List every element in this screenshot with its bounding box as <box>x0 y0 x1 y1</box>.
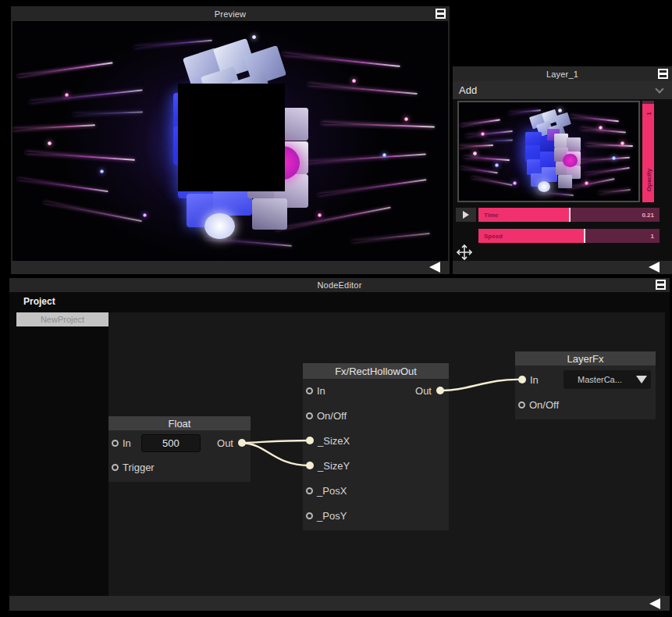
add-dropdown[interactable]: Add <box>453 81 672 99</box>
port-posy[interactable] <box>306 512 313 519</box>
port-out-label: Out <box>415 385 432 397</box>
speed-value: 1 <box>651 233 654 240</box>
tab-newproject-label: NewProject <box>41 315 84 324</box>
node-rect-header[interactable]: Fx/RectHollowOut <box>303 363 449 379</box>
layer-titlebar[interactable]: Layer_1 <box>453 66 672 81</box>
port-onoff-label: On/Off <box>529 399 559 411</box>
tab-newproject[interactable]: NewProject <box>16 312 108 326</box>
node-layerfx-title: LayerFx <box>567 353 604 365</box>
layer-select-value: MasterCa... <box>564 375 636 384</box>
resize-handle-icon[interactable] <box>649 598 660 609</box>
resize-handle-icon[interactable] <box>649 262 660 273</box>
chevron-down-icon <box>655 84 663 93</box>
port-sizey-label: _SizeY <box>318 460 350 472</box>
dropdown-caret-icon <box>636 376 647 383</box>
rect-hollow-cutout <box>178 84 285 191</box>
port-in[interactable] <box>112 440 119 447</box>
menu-project[interactable]: Project <box>23 296 55 307</box>
layer-thumbnail-render <box>459 102 638 201</box>
node-float[interactable]: Float In Out Trigger <box>108 416 251 482</box>
node-editor-menubar: Project <box>9 292 670 311</box>
time-value: 0.21 <box>642 212 654 219</box>
port-in[interactable] <box>518 376 526 383</box>
node-editor-titlebar[interactable]: NodeEditor <box>9 278 670 292</box>
window-icon[interactable] <box>658 69 668 79</box>
play-icon <box>463 211 469 219</box>
port-sizex[interactable] <box>306 437 314 444</box>
port-onoff[interactable] <box>518 401 525 408</box>
layer-panel: Layer_1 Add 1 Opacity Time 0.21 Speed 1 <box>453 66 672 274</box>
port-posy-label: _PosY <box>317 510 347 522</box>
move-tool-button[interactable] <box>455 243 474 262</box>
port-out[interactable] <box>436 387 444 394</box>
play-button[interactable] <box>456 208 476 222</box>
resize-handle-icon[interactable] <box>429 262 440 273</box>
opacity-slider-track <box>642 101 654 104</box>
speed-label: Speed <box>484 233 503 240</box>
port-out-label: Out <box>217 437 233 449</box>
layer-select-dropdown[interactable]: MasterCa... <box>564 370 651 389</box>
node-editor-title: NodeEditor <box>317 280 361 290</box>
app-window: Preview Layer_1 Add 1 Opacity <box>0 0 672 617</box>
add-label: Add <box>459 84 477 96</box>
window-icon[interactable] <box>656 280 666 290</box>
port-trigger-label: Trigger <box>123 462 155 473</box>
preview-panel: Preview <box>11 6 450 274</box>
window-icon[interactable] <box>436 9 446 19</box>
preview-titlebar[interactable]: Preview <box>11 6 450 21</box>
node-layerfx[interactable]: LayerFx In MasterCa... On/Off <box>515 351 656 419</box>
port-posx-label: _PosX <box>317 485 347 497</box>
opacity-label: Opacity <box>645 169 652 191</box>
opacity-value: 1 <box>645 112 652 115</box>
speed-slider[interactable]: Speed 1 <box>478 229 660 243</box>
move-icon <box>455 243 474 262</box>
port-in-label: In <box>530 374 539 386</box>
port-posx[interactable] <box>306 487 313 494</box>
node-rect-title: Fx/RectHollowOut <box>335 366 417 377</box>
node-editor-statusbar <box>9 596 670 611</box>
port-in[interactable] <box>306 387 313 394</box>
time-label: Time <box>484 212 499 219</box>
node-float-header[interactable]: Float <box>108 416 251 430</box>
port-trigger[interactable] <box>112 464 119 471</box>
layer-statusbar <box>453 261 672 274</box>
node-rect-hollow-out[interactable]: Fx/RectHollowOut In Out On/Off _SizeX _S… <box>303 363 449 530</box>
port-sizex-label: _SizeX <box>318 435 350 447</box>
port-sizey[interactable] <box>306 462 314 469</box>
port-onoff[interactable] <box>306 412 313 419</box>
port-out[interactable] <box>238 439 246 447</box>
preview-statusbar <box>11 261 450 274</box>
layer-title: Layer_1 <box>546 70 578 79</box>
port-onoff-label: On/Off <box>317 410 347 422</box>
float-value-input[interactable] <box>141 434 201 452</box>
time-slider[interactable]: Time 0.21 <box>478 208 660 222</box>
opacity-slider[interactable]: 1 Opacity <box>642 101 654 202</box>
port-in-label: In <box>317 385 325 397</box>
port-in-label: In <box>123 437 131 449</box>
preview-viewport <box>12 21 448 261</box>
preview-title: Preview <box>215 9 247 19</box>
node-layerfx-header[interactable]: LayerFx <box>515 351 656 366</box>
layer-thumbnail[interactable] <box>457 101 640 202</box>
node-float-title: Float <box>169 418 191 430</box>
